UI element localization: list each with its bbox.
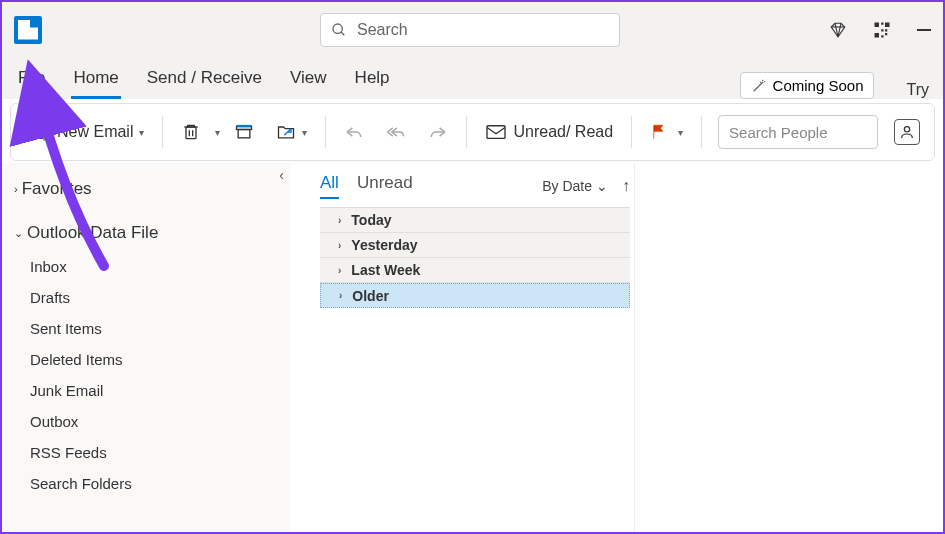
folder-inbox[interactable]: Inbox [30,251,278,282]
svg-rect-26 [487,126,505,139]
menu-tab-help[interactable]: Help [353,62,392,99]
envelope-icon [485,123,507,141]
svg-line-14 [753,82,762,91]
chevron-right-icon: › [338,265,341,276]
archive-icon [234,122,254,142]
unread-read-label: Unread/ Read [513,123,613,141]
chevron-down-icon[interactable]: ▾ [139,127,144,138]
reading-pane [634,163,943,532]
sort-direction-button[interactable]: ↑ [622,177,630,195]
folder-list: Inbox Drafts Sent Items Deleted Items Ju… [14,249,278,499]
svg-rect-19 [186,127,196,139]
folder-outbox[interactable]: Outbox [30,406,278,437]
ribbon-toolbar: New Email ▾ ▾ ▾ Unread/ Read ▾ Search Pe… [10,103,935,161]
chevron-down-icon: ▾ [302,127,307,138]
trash-icon [181,122,201,142]
group-yesterday[interactable]: ›Yesterday [320,233,630,258]
new-email-button[interactable]: New Email ▾ [21,114,152,150]
group-last-week[interactable]: ›Last Week [320,258,630,283]
chevron-right-icon: › [338,240,341,251]
reply-icon [344,122,364,142]
new-email-icon [29,123,51,141]
svg-point-0 [333,24,342,33]
filter-tab-all[interactable]: All [320,173,339,199]
title-bar: Search [2,2,943,57]
message-list-pane: All Unread By Date ⌄ ↑ ›Today ›Yesterday… [290,163,634,532]
folder-rss-feeds[interactable]: RSS Feeds [30,437,278,468]
svg-rect-9 [881,22,883,24]
new-email-label: New Email [57,123,133,141]
svg-rect-23 [239,130,251,138]
sort-button[interactable]: By Date ⌄ ↑ [542,177,630,195]
svg-rect-8 [875,33,880,38]
coming-soon-button[interactable]: Coming Soon [740,72,875,99]
search-people-placeholder: Search People [729,124,827,141]
svg-rect-7 [885,22,890,27]
chevron-right-icon: › [339,290,342,301]
menu-tab-send-receive[interactable]: Send / Receive [145,62,264,99]
search-input[interactable]: Search [320,13,620,47]
chevron-down-icon: ▾ [678,127,683,138]
menu-tabs: File Home Send / Receive View Help Comin… [2,57,943,99]
filter-tab-unread[interactable]: Unread [357,173,413,199]
try-label[interactable]: Try [906,81,929,99]
address-book-button[interactable] [894,119,920,145]
move-folder-icon [276,122,296,142]
svg-line-1 [341,32,344,35]
svg-rect-11 [885,29,887,31]
person-icon [899,124,915,140]
folder-junk-email[interactable]: Junk Email [30,375,278,406]
chevron-right-icon: › [14,183,18,195]
folder-deleted-items[interactable]: Deleted Items [30,344,278,375]
sort-label: By Date [542,178,592,194]
outlook-logo-icon [14,16,42,44]
main-area: ‹ › Favorites ⌄ Outlook Data File Inbox … [2,163,943,532]
qr-code-icon[interactable] [873,21,891,39]
svg-rect-12 [885,33,887,35]
menu-tab-home[interactable]: Home [71,62,120,99]
outlook-data-file-section[interactable]: ⌄ Outlook Data File [14,217,278,249]
search-people-input[interactable]: Search People [718,115,878,149]
menu-tab-view[interactable]: View [288,62,329,99]
datafile-label: Outlook Data File [27,223,158,243]
premium-diamond-icon[interactable] [829,21,847,39]
search-icon [331,22,347,38]
search-placeholder: Search [357,21,408,39]
reply-all-icon [386,122,406,142]
svg-point-27 [904,127,909,132]
forward-button[interactable] [420,114,456,150]
favorites-label: Favorites [22,179,92,199]
folder-search-folders[interactable]: Search Folders [30,468,278,499]
menu-tab-file[interactable]: File [16,62,47,99]
favorites-section[interactable]: › Favorites [14,173,278,205]
svg-rect-13 [881,35,883,37]
chevron-right-icon: › [338,215,341,226]
forward-icon [428,122,448,142]
chevron-down-icon: ⌄ [14,227,23,240]
svg-rect-6 [875,22,880,27]
folder-sent-items[interactable]: Sent Items [30,313,278,344]
folder-drafts[interactable]: Drafts [30,282,278,313]
svg-rect-10 [881,29,883,31]
wand-icon [751,78,767,94]
group-older[interactable]: ›Older [320,283,630,308]
delete-dropdown[interactable]: ▾ [215,127,220,138]
archive-button[interactable] [226,114,262,150]
folder-sidebar: ‹ › Favorites ⌄ Outlook Data File Inbox … [2,163,290,532]
unread-read-button[interactable]: Unread/ Read [477,114,621,150]
delete-button[interactable] [173,114,209,150]
minimize-button[interactable] [917,29,931,31]
collapse-sidebar-button[interactable]: ‹ [279,167,284,183]
flag-button[interactable]: ▾ [642,114,691,150]
coming-soon-label: Coming Soon [773,77,864,94]
reply-all-button[interactable] [378,114,414,150]
reply-button[interactable] [336,114,372,150]
flag-icon [650,123,668,141]
group-today[interactable]: ›Today [320,208,630,233]
move-button[interactable]: ▾ [268,114,315,150]
chevron-down-icon: ⌄ [596,178,608,194]
